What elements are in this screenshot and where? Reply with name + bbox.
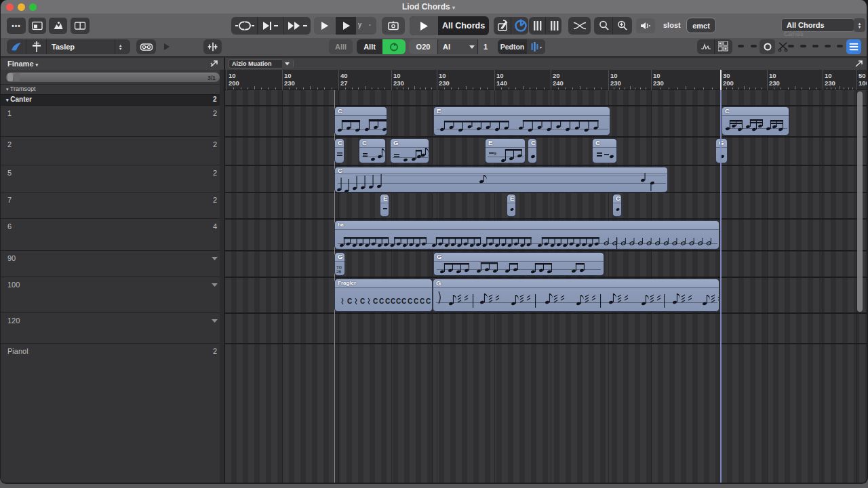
svg-text:C: C [414,298,418,305]
svg-text:C: C [379,298,384,305]
svg-text:C: C [408,298,412,305]
svg-text:9: 9 [494,151,496,156]
svg-text:C: C [373,298,378,305]
svg-text:C: C [420,298,425,305]
svg-text:C: C [396,298,401,305]
svg-text:C: C [391,298,395,305]
svg-text:2B: 2B [336,270,341,274]
svg-text:C: C [401,298,406,305]
svg-text:C: C [426,298,431,305]
svg-text:C: C [347,298,352,305]
svg-text:C: C [385,298,390,305]
svg-text:C: C [360,298,365,305]
